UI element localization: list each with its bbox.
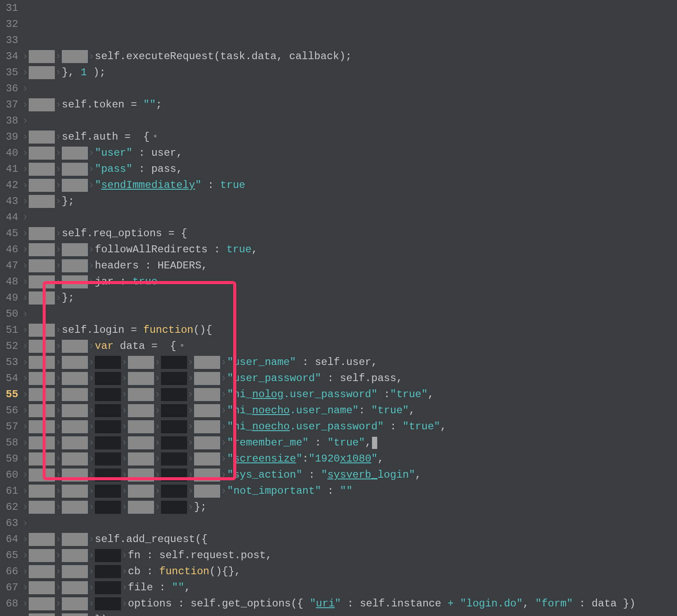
code-line[interactable]: ››}; <box>22 193 677 209</box>
code-token: • <box>179 338 185 354</box>
line-number: 62 <box>0 499 18 515</box>
code-line[interactable]: ›››}); <box>22 612 677 616</box>
code-line[interactable]: ››››››}; <box>22 499 677 515</box>
code-token: "true" <box>402 418 440 435</box>
code-token: " <box>335 596 341 612</box>
code-token: true <box>220 177 245 193</box>
line-number: 53 <box>0 354 18 370</box>
code-token: true <box>132 274 158 290</box>
line-number: 46 <box>0 241 18 258</box>
code-line[interactable]: ›››headers : HEADERS, <box>22 258 677 274</box>
code-token: : pass, <box>132 161 182 177</box>
code-token: "true" <box>371 402 409 418</box>
code-token: : <box>302 467 321 483</box>
code-line[interactable]: ›››"sendImmediately" : true <box>22 177 677 193</box>
code-line[interactable]: ››››cb : function(){}, <box>22 563 677 579</box>
code-token: "login.do" <box>460 596 523 612</box>
code-token: , <box>409 402 415 418</box>
line-number: 64 <box>0 531 18 547</box>
code-line[interactable]: ›››››››"user_password" : self.pass, <box>22 370 677 386</box>
code-token: }; <box>62 193 74 209</box>
code-line[interactable]: ››self.token = ""; <box>22 97 677 113</box>
line-number: 63 <box>0 515 18 531</box>
code-line[interactable]: ›››"pass" : pass, <box>22 161 677 177</box>
code-line[interactable]: › <box>22 113 677 129</box>
code-token: , <box>184 579 191 596</box>
line-number: 56 <box>0 402 18 418</box>
code-token: 1 <box>80 64 87 80</box>
code-token: "user" <box>95 145 132 161</box>
code-line[interactable]: ››self.auth = {• <box>22 129 677 145</box>
code-line[interactable]: ›››››››"user_name" : self.user, <box>22 354 677 370</box>
code-token: self.login = <box>62 322 143 338</box>
code-token: headers : HEADERS, <box>95 258 208 274</box>
code-token: function <box>159 563 209 579</box>
code-line[interactable]: › <box>22 306 677 322</box>
line-number: 31 <box>0 0 18 16</box>
code-line[interactable]: › <box>22 515 677 531</box>
code-line[interactable]: ››}; <box>22 290 677 306</box>
code-token: " <box>296 451 302 467</box>
code-token: ); <box>87 64 106 80</box>
code-line[interactable]: ›››››››"not_important" : "" <box>22 483 677 499</box>
code-line[interactable]: ›››followAllRedirects : true, <box>22 241 677 258</box>
code-line[interactable]: ››self.login = function(){ <box>22 322 677 338</box>
code-token: self.auth = { <box>62 129 150 145</box>
code-line[interactable]: ››self.req_options = { <box>22 225 677 241</box>
code-token: screensize <box>233 451 296 467</box>
code-token: options : self.get_options({ <box>128 596 310 612</box>
code-line[interactable]: ›››jar : true <box>22 274 677 290</box>
line-number: 55 <box>0 386 18 402</box>
line-number: 34 <box>0 48 18 64</box>
code-token: .user_name" <box>290 402 359 418</box>
code-line[interactable]: ›››››››"sys_action" : "sysverb_login", <box>22 467 677 483</box>
line-number: 67 <box>0 579 18 596</box>
code-token: • <box>152 129 158 145</box>
line-number: 51 <box>0 322 18 338</box>
code-line[interactable]: ›››››››"screensize":"1920x1080", <box>22 451 677 467</box>
line-number: 65 <box>0 547 18 563</box>
code-line[interactable]: ›››var data = {• <box>22 338 677 354</box>
line-number: 35 <box>0 64 18 80</box>
code-token: : self.instance <box>341 596 448 612</box>
code-token: }, <box>62 64 80 80</box>
text-cursor <box>372 437 377 449</box>
code-line[interactable]: ›››self.add_request({ <box>22 531 677 547</box>
code-line[interactable]: ›››››››"ni_noecho.user_password" : "true… <box>22 418 677 435</box>
code-token: " <box>195 177 201 193</box>
code-token: : <box>359 402 371 418</box>
code-line[interactable]: › <box>22 209 677 225</box>
code-line[interactable]: ›››"user" : user, <box>22 145 677 161</box>
line-number: 45 <box>0 225 18 241</box>
code-line[interactable]: ›››››››"remember_me" : "true", <box>22 435 677 451</box>
code-token: "true" <box>390 386 427 402</box>
code-line[interactable]: ›››self.executeRequest(task.data, callba… <box>22 48 677 64</box>
code-line[interactable]: ››››options : self.get_options({ "uri" :… <box>22 596 677 612</box>
code-token: true <box>226 241 251 258</box>
code-token: uri <box>316 596 335 612</box>
code-token: }; <box>62 290 74 306</box>
code-line[interactable]: › <box>22 80 677 97</box>
code-token: "not_important" <box>227 483 321 499</box>
code-line[interactable]: ›››››››"ni_nolog.user_password" :"true", <box>22 386 677 402</box>
code-token: "1920 <box>308 451 340 467</box>
code-token: : data }) <box>573 596 636 612</box>
code-line[interactable]: ››››file : "", <box>22 579 677 596</box>
code-token: jar : <box>95 274 132 290</box>
code-token: , <box>378 451 384 467</box>
line-number: 41 <box>0 161 18 177</box>
code-area[interactable]: ›››self.executeRequest(task.data, callba… <box>22 0 677 616</box>
code-editor[interactable]: 3132333435363738394041424344454647484950… <box>0 0 677 616</box>
code-token: , <box>251 241 258 258</box>
code-token: "" <box>340 483 352 499</box>
code-token: : <box>302 451 308 467</box>
line-number: 68 <box>0 596 18 612</box>
code-token: : <box>201 177 220 193</box>
code-line[interactable]: ››}, 1 ); <box>22 64 677 80</box>
code-line[interactable]: ››››fn : self.request.post, <box>22 547 677 563</box>
code-line[interactable]: ›››››››"ni_noecho.user_name": "true", <box>22 402 677 418</box>
code-token: .user_password" <box>284 386 378 402</box>
line-number: 48 <box>0 274 18 290</box>
code-token: nolog <box>252 386 284 402</box>
code-token <box>454 596 460 612</box>
